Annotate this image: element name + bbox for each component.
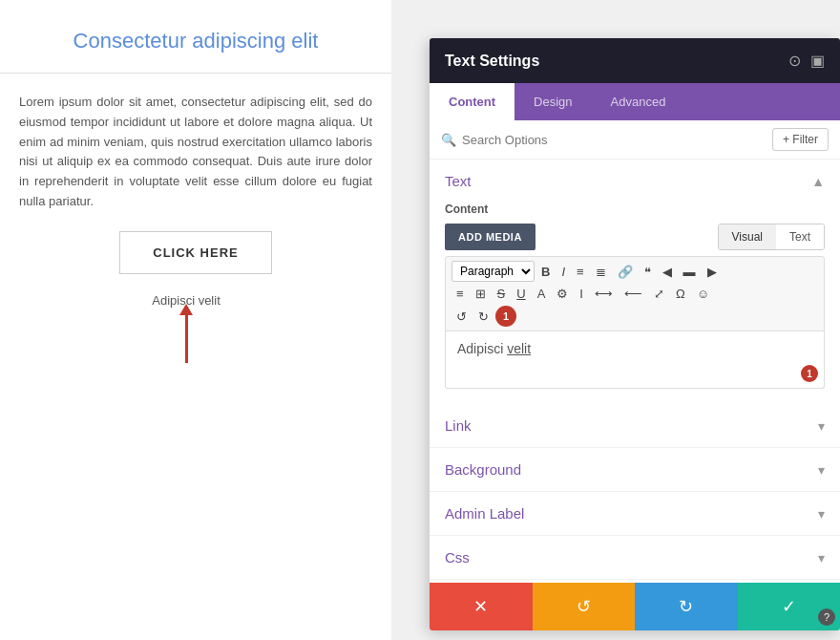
text-section-content: Content ADD MEDIA Visual Text Paragraph … [430, 203, 840, 404]
panel-footer: ✕ ↺ ↻ ✓ [430, 583, 840, 630]
italic-button[interactable]: I [556, 262, 570, 282]
link-section-header[interactable]: Link ▾ [430, 404, 840, 447]
italic2-button[interactable]: I [575, 284, 588, 304]
link-section-chevron: ▾ [818, 418, 825, 434]
paste-button[interactable]: ⚙ [552, 284, 573, 304]
click-here-button[interactable]: CLICK HERE [119, 231, 272, 274]
page-canvas: Consectetur adipiscing elit Lorem ipsum … [0, 0, 391, 640]
settings-panel: Text Settings ⊙ ▣ Content Design Advance… [430, 38, 840, 630]
lorem-text: Lorem ipsum dolor sit amet, consectetur … [19, 93, 372, 212]
css-section-chevron: ▾ [818, 550, 825, 565]
admin-label-section: Admin Label ▾ [430, 492, 840, 536]
css-section: Css ▾ [430, 536, 840, 580]
background-section-chevron: ▾ [818, 462, 825, 478]
link-button[interactable]: 🔗 [613, 262, 638, 282]
toolbar-row-2: ≡ ⊞ S U A ⚙ I ⟷ ⟵ ⤢ Ω ☺ [452, 284, 818, 304]
underline-text: velit [507, 341, 531, 356]
admin-label-section-title: Admin Label [445, 505, 524, 522]
css-section-header[interactable]: Css ▾ [430, 536, 840, 579]
settings-icon[interactable]: ⊙ [788, 52, 801, 70]
panel-header: Text Settings ⊙ ▣ [430, 38, 840, 83]
paragraph-select[interactable]: Paragraph [452, 261, 535, 282]
tab-advanced[interactable]: Advanced [592, 83, 685, 120]
align-left-button[interactable]: ◀ [658, 262, 677, 282]
admin-label-section-chevron: ▾ [818, 506, 825, 522]
toolbar-row-1: Paragraph B I ≡ ≣ 🔗 ❝ ◀ ▬ ▶ [452, 261, 818, 282]
tab-design[interactable]: Design [514, 83, 591, 120]
font-color-button[interactable]: A [533, 284, 551, 304]
text-section-header[interactable]: Text ▲ [430, 160, 840, 203]
cancel-button[interactable]: ✕ [430, 583, 533, 630]
page-title: Consectetur adipiscing elit [19, 29, 372, 53]
strikethrough-button[interactable]: S [493, 284, 511, 304]
panel-title: Text Settings [445, 53, 539, 70]
editor-badge: 1 [801, 365, 818, 382]
link-section: Link ▾ [430, 404, 840, 448]
tabs-bar: Content Design Advanced [430, 83, 840, 120]
editor-toolbar: Paragraph B I ≡ ≣ 🔗 ❝ ◀ ▬ ▶ ≡ ⊞ [445, 256, 825, 331]
panel-header-icons: ⊙ ▣ [788, 52, 825, 70]
help-icon[interactable]: ? [818, 608, 835, 626]
search-input[interactable] [462, 133, 772, 147]
indent-button[interactable]: ⟷ [590, 284, 618, 304]
ul-button[interactable]: ≡ [572, 262, 589, 282]
toolbar-row-3: ↺ ↻ 1 [452, 306, 818, 327]
align-center-button[interactable]: ▬ [679, 262, 701, 282]
editor-toolbar-top: ADD MEDIA Visual Text [445, 224, 825, 250]
visual-text-toggle: Visual Text [718, 224, 825, 250]
outdent-button[interactable]: ⟵ [620, 284, 647, 304]
redo-button[interactable]: ↻ [473, 307, 494, 327]
bold-button[interactable]: B [536, 262, 555, 282]
fullscreen-button[interactable]: ⤢ [649, 284, 669, 304]
table-button[interactable]: ⊞ [471, 284, 491, 304]
arrow-up-indicator [185, 315, 188, 363]
ol-button[interactable]: ≣ [591, 262, 611, 282]
justify-button[interactable]: ≡ [452, 284, 469, 304]
admin-label-section-header[interactable]: Admin Label ▾ [430, 492, 840, 535]
text-section: Text ▲ Content ADD MEDIA Visual Text Pa [430, 160, 840, 404]
reset-button[interactable]: ↺ [533, 583, 636, 630]
undo-button[interactable]: ↺ [452, 307, 472, 327]
editor-text: Adipisci velit [457, 341, 812, 356]
background-section: Background ▾ [430, 448, 840, 492]
blockquote-button[interactable]: ❝ [640, 262, 656, 282]
link-section-title: Link [445, 417, 472, 434]
visual-button[interactable]: Visual [719, 224, 776, 249]
search-bar: 🔍 + Filter [430, 120, 840, 160]
step-badge: 1 [495, 306, 516, 327]
filter-button[interactable]: + Filter [772, 128, 829, 151]
editor-content-area[interactable]: Adipisci velit 1 [445, 331, 825, 389]
add-media-button[interactable]: ADD MEDIA [445, 224, 536, 250]
background-section-title: Background [445, 461, 521, 478]
expand-icon[interactable]: ▣ [810, 52, 825, 70]
text-section-title: Text [445, 173, 472, 189]
content-label: Content [445, 203, 825, 216]
page-content-section: Lorem ipsum dolor sit amet, consectetur … [0, 74, 391, 382]
page-header-section: Consectetur adipiscing elit [0, 0, 391, 74]
background-section-header[interactable]: Background ▾ [430, 448, 840, 491]
emoji-button[interactable]: ☺ [692, 284, 714, 304]
css-section-title: Css [445, 549, 470, 565]
underline-button[interactable]: U [512, 284, 530, 304]
panel-body: Text ▲ Content ADD MEDIA Visual Text Pa [430, 160, 840, 583]
special-char-button[interactable]: Ω [671, 284, 690, 304]
align-right-button[interactable]: ▶ [703, 262, 722, 282]
tab-content[interactable]: Content [430, 83, 514, 120]
text-section-chevron: ▲ [811, 174, 825, 189]
redo-footer-button[interactable]: ↻ [635, 583, 738, 630]
search-icon: 🔍 [441, 133, 456, 147]
text-button[interactable]: Text [776, 224, 824, 249]
